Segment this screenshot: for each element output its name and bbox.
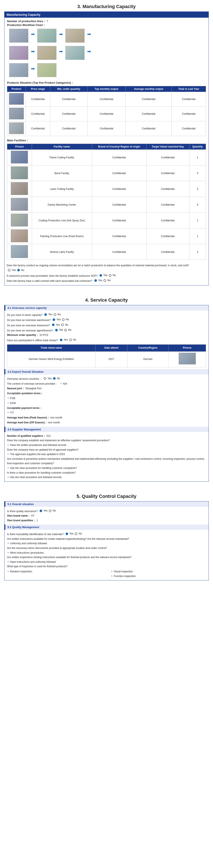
fac-img-2 — [7, 165, 32, 181]
products-situation-label: Products Situation (Top five Product Cat… — [7, 81, 206, 85]
agent-no — [64, 329, 67, 332]
table-row: Painting Production Line (Paint Room) Co… — [7, 228, 206, 244]
product-avg-2: Confidential — [126, 106, 172, 121]
fac-img-3 — [7, 181, 32, 197]
traceability-yes — [66, 532, 68, 535]
table-row: Gantry Machining Center Confidential Con… — [7, 197, 206, 213]
sub41-header: 4.1 Overseas service capacity — [4, 305, 209, 311]
traceability-radio: Yes No — [66, 531, 82, 536]
products-col-top: Top monthly output — [87, 86, 126, 92]
quality-control-box: 5.1 Overall situation Is there quality a… — [4, 501, 209, 581]
fac-img-6 — [7, 228, 32, 244]
showroom-yes — [52, 323, 55, 326]
product-top-1: Confidential — [87, 92, 126, 106]
in-stock-row: Do you have in-stock capacity? Yes No — [7, 312, 206, 317]
table-row: Laser Cutting Facility Confidential Conf… — [7, 181, 206, 197]
arrow-4: ➡ — [31, 49, 35, 58]
painting-img — [9, 63, 28, 77]
product-price-3: Confidential — [26, 121, 50, 136]
overseas-yes — [44, 377, 46, 380]
inspection-col2: Visual inspection Function inspection — [111, 569, 206, 579]
table-row: Coating Production Line (Hot Spray Zinc)… — [7, 213, 206, 228]
fac-target-2: Confidential — [146, 165, 189, 181]
workflow-sandblast — [63, 46, 87, 61]
quality-assurance-row: Is there quality assurance? Yes No — [7, 508, 206, 514]
payment-row: Acceptable payment terms： T/T — [7, 406, 206, 415]
written-insp-row: Are written inspections /testing instruc… — [7, 555, 206, 560]
tradeshow-no — [69, 339, 72, 341]
fac-brand-3: Confidential — [92, 181, 146, 197]
written-instr-row: Are written instructions available for o… — [7, 537, 206, 541]
sub42-header: 4.2 Export Overall Situation — [4, 369, 209, 374]
product-avg-1: Confidential — [126, 92, 172, 106]
arrow-3: ➡ — [87, 31, 91, 41]
fac-name-5: Coating Production Line (Hot Spray Zinc) — [32, 213, 92, 228]
own-brand-qty-row: Own brand quantities： 1 — [7, 518, 206, 523]
export-content: Overseas services countries： Yes No The … — [4, 374, 209, 427]
showroom-row: Do you have an overseas showroom? Yes No — [7, 323, 206, 328]
inspection-item-function: Function inspection — [111, 574, 206, 579]
fac-target-6: Confidential — [146, 228, 189, 244]
product-total-2: Confidential — [172, 106, 206, 121]
arrow-6: ➡ — [87, 49, 91, 58]
bend-img — [37, 29, 56, 42]
main-facilities-label: Main Facilities： — [7, 138, 206, 143]
fac-target-3: Confidential — [146, 181, 189, 197]
product-min-3: Confidential — [50, 121, 88, 136]
product-min-2: Confidential — [50, 106, 88, 121]
product-price-2: Confidential — [26, 106, 50, 121]
trade-col-date: Date attend — [95, 345, 127, 352]
blanking-img — [9, 29, 28, 42]
approved-q-row: Does the company have an updated list of… — [7, 447, 206, 452]
tradeshow-row: Have you participated in offline trade s… — [7, 338, 206, 343]
min-order-row: Minimum order quantity： 10 PCS — [7, 333, 206, 338]
trade-picture-1 — [169, 351, 206, 367]
assess-bullet: Have the written procedures and followed… — [7, 443, 206, 447]
trade-row: German Husum Wind Energy Exhibition 2017… — [7, 351, 206, 367]
product-top-2: Confidential — [87, 106, 126, 121]
fac-qty-7: 3 — [189, 244, 206, 260]
arrow-2: ➡ — [59, 31, 63, 41]
fac-brand-5: Confidential — [92, 213, 146, 228]
fac-qty-1: 1 — [189, 150, 206, 165]
bottom-questions: Does the factory conduct an ongoing volu… — [4, 261, 209, 285]
written-instr-bullet: Uniformly and uniformly followed — [7, 541, 206, 546]
workflow-products — [35, 63, 59, 78]
showroom-no — [61, 323, 64, 326]
table-row: Confidential Confidential Confidential C… — [7, 121, 206, 136]
product-img-2 — [7, 106, 26, 121]
quotation-row: Acceptable quotation terms： FOB EXW — [7, 391, 206, 405]
table-row: Vertical Lathe Facility Confidential Con… — [7, 244, 206, 260]
q2-radio-group: Yes No — [99, 273, 116, 278]
lead-peak-row: Average lead time (Peak Season)： one mon… — [7, 415, 206, 420]
warehouse-yes — [53, 318, 55, 321]
written-insp-bullet: Have instructions and uniformly followed — [7, 560, 206, 564]
service-capacity-box: 4.1 Overseas service capacity Do you hav… — [4, 305, 209, 482]
overseas-no — [53, 377, 56, 380]
bottom-q1: Does the factory conduct an ongoing volu… — [7, 263, 206, 273]
inspection-cols: Random inspection: Visual inspection Fun… — [7, 569, 206, 579]
agent-row: Do you have an overseas agent/branch? Ye… — [7, 328, 206, 333]
workflow-painting — [7, 63, 30, 78]
inspection-item-random: Random inspection: — [7, 569, 102, 574]
fac-brand-1: Confidential — [92, 150, 146, 165]
table-row: Flame Cutting Facility Confidential Conf… — [7, 150, 206, 165]
warehouse-no — [62, 318, 64, 321]
traceability-row: Is there traceability identification of … — [7, 531, 206, 536]
products-col-avg: Average monthly output — [126, 86, 172, 92]
arrow-7: ➡ — [31, 66, 35, 75]
inspection-item-visual: Visual inspection — [111, 569, 206, 574]
tradeshow-yes — [60, 339, 62, 341]
arrow-5: ➡ — [59, 49, 63, 58]
fac-target-1: Confidential — [146, 150, 189, 165]
overseas-row: Overseas services countries： Yes No — [7, 376, 206, 381]
q1-yes-radio — [8, 269, 10, 271]
sub51-header: 5.1 Overall situation — [4, 501, 209, 507]
necessary-items-row: Are the necessary items /documents provi… — [7, 546, 206, 551]
product-avg-3: Confidential — [126, 121, 172, 136]
products-col-price: Price range — [26, 86, 50, 92]
fac-name-2: Bend Facility — [32, 165, 92, 181]
product-total-3: Confidential — [172, 121, 206, 136]
manufacturing-capacity-box: Manufacturing Capacity Number of product… — [4, 11, 209, 285]
product-price-1: Confidential — [26, 92, 50, 106]
